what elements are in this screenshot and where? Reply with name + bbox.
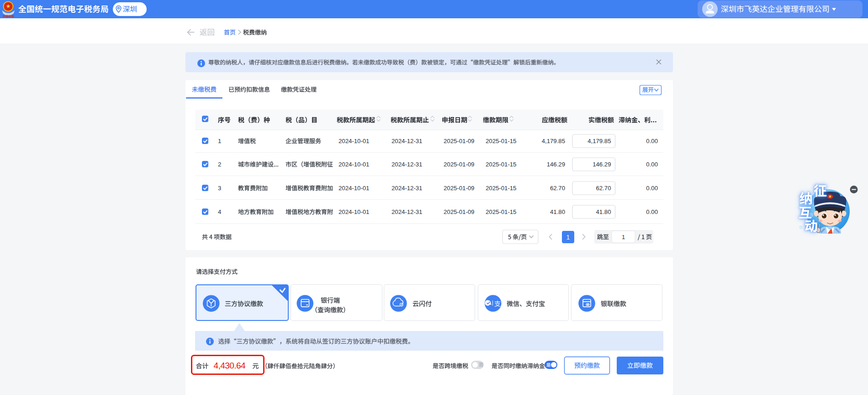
svg-text:146.29: 146.29 (547, 161, 565, 168)
svg-text:62.70: 62.70 (596, 185, 611, 192)
svg-text:2024-10-01: 2024-10-01 (339, 208, 369, 215)
svg-text:41.80: 41.80 (596, 208, 611, 215)
svg-text:2025-01-15: 2025-01-15 (486, 208, 516, 215)
svg-text:146.29: 146.29 (593, 161, 611, 168)
svg-text:2024-12-31: 2024-12-31 (392, 208, 422, 215)
svg-text:4,179.85: 4,179.85 (587, 138, 611, 144)
svg-text:2024-12-31: 2024-12-31 (392, 138, 422, 144)
svg-text:62.70: 62.70 (550, 185, 565, 192)
svg-text:1: 1 (566, 234, 570, 241)
svg-text:2024-12-31: 2024-12-31 (392, 161, 422, 168)
svg-text:41.80: 41.80 (550, 208, 565, 215)
svg-text:2025-01-09: 2025-01-09 (444, 208, 474, 215)
svg-text:2: 2 (218, 161, 221, 168)
svg-text:0.00: 0.00 (646, 208, 658, 215)
svg-text:4,179.85: 4,179.85 (542, 138, 565, 144)
svg-text:2025-01-09: 2025-01-09 (444, 138, 474, 144)
svg-text:0.00: 0.00 (646, 161, 658, 168)
svg-text:1: 1 (218, 138, 221, 144)
svg-text:2025-01-09: 2025-01-09 (444, 185, 474, 192)
svg-text:2025-01-09: 2025-01-09 (444, 161, 474, 168)
svg-text:0.00: 0.00 (646, 138, 658, 144)
svg-text:1: 1 (622, 234, 625, 240)
svg-text:2024-12-31: 2024-12-31 (392, 185, 422, 192)
svg-text:2025-01-15: 2025-01-15 (486, 161, 516, 168)
svg-text:2024-10-01: 2024-10-01 (339, 138, 369, 144)
svg-text:4: 4 (218, 208, 221, 215)
svg-text:3: 3 (218, 185, 221, 192)
svg-text:2025-01-15: 2025-01-15 (486, 138, 516, 144)
svg-text:4,430.64: 4,430.64 (214, 361, 246, 370)
svg-text:2025-01-15: 2025-01-15 (486, 185, 516, 192)
svg-text:2024-10-01: 2024-10-01 (339, 161, 369, 168)
svg-text:0.00: 0.00 (646, 185, 658, 192)
svg-text:2024-10-01: 2024-10-01 (339, 185, 369, 192)
